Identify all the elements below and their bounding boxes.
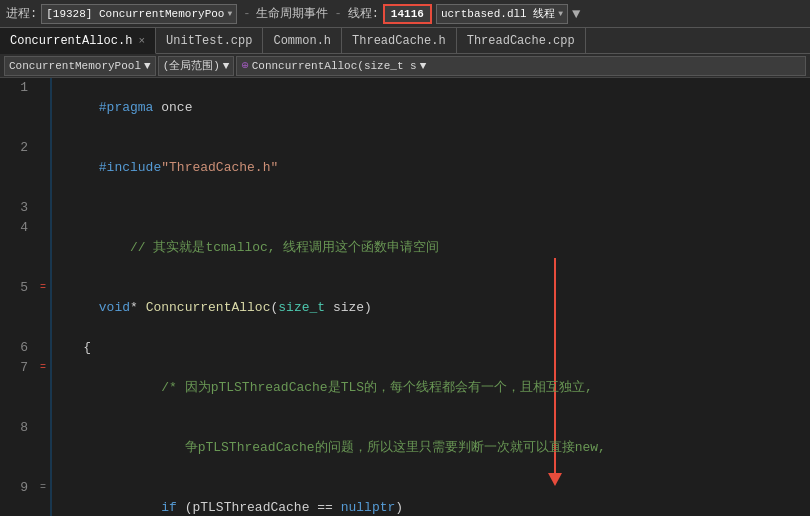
- code-line-2: 2 #include"ThreadCache.h": [0, 138, 810, 198]
- process-value: [19328] ConcurrentMemoryPoo: [46, 8, 224, 20]
- code-line-7: 7 = /* 因为pTLSThreadCache是TLS的，每个线程都会有一个，…: [0, 358, 810, 418]
- thread-dropdown[interactable]: ucrtbased.dll 线程 ▼: [436, 4, 568, 24]
- void-kw: void: [99, 300, 130, 315]
- line-content-3: [50, 198, 810, 218]
- tab-label-threadcache: ThreadCache.h: [352, 34, 446, 48]
- thread-id: 14116: [391, 8, 424, 20]
- line-ind-9: =: [36, 478, 50, 498]
- func-name-5: ConncurrentAlloc: [146, 300, 271, 315]
- comment-4: // 其实就是tcmalloc, 线程调用这个函数申请空间: [99, 240, 440, 255]
- line-ind-5: =: [36, 278, 50, 298]
- code-line-3: 3: [0, 198, 810, 218]
- thread-id-box[interactable]: 14116: [383, 4, 432, 24]
- pragma-kw: #pragma: [99, 100, 161, 115]
- func-arrow: ▼: [420, 60, 427, 72]
- line-num-6: 6: [0, 338, 36, 358]
- tab-threadcache-cpp[interactable]: ThreadCache.cpp: [457, 28, 586, 53]
- line-content-2: #include"ThreadCache.h": [50, 138, 810, 198]
- code-container: 1 #pragma once 2 #include"ThreadCache.h"…: [0, 78, 810, 516]
- tab-label-threadcache-cpp: ThreadCache.cpp: [467, 34, 575, 48]
- if-kw: if: [99, 500, 185, 515]
- tab-unittest[interactable]: UnitTest.cpp: [156, 28, 263, 53]
- namespace-dropdown[interactable]: ConcurrentMemoryPool ▼: [4, 56, 156, 76]
- cond-open: (pTLSThreadCache ==: [185, 500, 341, 515]
- sep1: -: [241, 7, 252, 21]
- scope-arrow: ▼: [223, 60, 230, 72]
- line-num-3: 3: [0, 198, 36, 218]
- scope-value: (全局范围): [163, 58, 220, 73]
- func-icon: ⊕: [241, 58, 248, 73]
- line-content-8: 争pTLSThreadCache的问题，所以这里只需要判断一次就可以直接new,: [50, 418, 810, 478]
- cond-close: ): [395, 500, 403, 515]
- line-content-7: /* 因为pTLSThreadCache是TLS的，每个线程都会有一个，且相互独…: [50, 358, 810, 418]
- thread-label: 线程:: [348, 5, 379, 22]
- breadcrumb-bar: ConcurrentMemoryPool ▼ (全局范围) ▼ ⊕ Conncu…: [0, 54, 810, 78]
- once-kw: once: [161, 100, 192, 115]
- thread-arrow: ▼: [558, 9, 563, 18]
- tab-label-unittest: UnitTest.cpp: [166, 34, 252, 48]
- main-toolbar: 进程: [19328] ConcurrentMemoryPoo ▼ - 生命周期…: [0, 0, 810, 28]
- sep2: -: [332, 7, 343, 21]
- breakpoint-5: =: [40, 278, 46, 298]
- namespace-value: ConcurrentMemoryPool: [9, 60, 141, 72]
- line-ind-7: =: [36, 358, 50, 378]
- nullptr-kw: nullptr: [341, 500, 396, 515]
- tab-label-concurrent: ConcurrentAlloc.h: [10, 34, 132, 48]
- process-dropdown[interactable]: [19328] ConcurrentMemoryPoo ▼: [41, 4, 237, 24]
- line-num-5: 5: [0, 278, 36, 298]
- breakpoint-7: =: [40, 358, 46, 378]
- code-line-5: 5 = void* ConncurrentAlloc(size_t size): [0, 278, 810, 338]
- code-line-4: 4 // 其实就是tcmalloc, 线程调用这个函数申请空间: [0, 218, 810, 278]
- scope-dropdown[interactable]: (全局范围) ▼: [158, 56, 235, 76]
- line-num-9: 9: [0, 478, 36, 498]
- tab-label-common: Common.h: [273, 34, 331, 48]
- func-dropdown[interactable]: ⊕ ConncurrentAlloc(size_t s ▼: [236, 56, 806, 76]
- line-num-4: 4: [0, 218, 36, 238]
- line-content-6: {: [50, 338, 810, 358]
- line-num-2: 2: [0, 138, 36, 158]
- code-line-9: 9 = if (pTLSThreadCache == nullptr): [0, 478, 810, 516]
- include-kw: #include: [99, 160, 161, 175]
- filter-icon[interactable]: ▼: [572, 6, 580, 22]
- param-5: size): [325, 300, 372, 315]
- sizet-5: size_t: [278, 300, 325, 315]
- star-5: *: [130, 300, 146, 315]
- tab-common[interactable]: Common.h: [263, 28, 342, 53]
- code-line-1: 1 #pragma once: [0, 78, 810, 138]
- line-content-5: void* ConncurrentAlloc(size_t size): [50, 278, 810, 338]
- line-num-1: 1: [0, 78, 36, 98]
- ind-9: =: [40, 478, 46, 498]
- comment-8: 争pTLSThreadCache的问题，所以这里只需要判断一次就可以直接new,: [99, 440, 606, 455]
- comment-7: /* 因为pTLSThreadCache是TLS的，每个线程都会有一个，且相互独…: [99, 380, 593, 395]
- line-content-1: #pragma once: [50, 78, 810, 138]
- include-str: "ThreadCache.h": [161, 160, 278, 175]
- line-num-7: 7: [0, 358, 36, 378]
- line-content-4: // 其实就是tcmalloc, 线程调用这个函数申请空间: [50, 218, 810, 278]
- line-content-9: if (pTLSThreadCache == nullptr): [50, 478, 810, 516]
- tab-bar: ConcurrentAlloc.h × UnitTest.cpp Common.…: [0, 28, 810, 54]
- namespace-arrow: ▼: [144, 60, 151, 72]
- code-line-8: 8 争pTLSThreadCache的问题，所以这里只需要判断一次就可以直接ne…: [0, 418, 810, 478]
- process-label: 进程:: [6, 5, 37, 22]
- thread-suffix: ucrtbased.dll 线程: [441, 6, 555, 21]
- code-line-6: 6 {: [0, 338, 810, 358]
- tab-close-concurrent[interactable]: ×: [138, 35, 145, 47]
- line-num-8: 8: [0, 418, 36, 438]
- func-value: ConncurrentAlloc(size_t s: [252, 60, 417, 72]
- process-arrow: ▼: [227, 9, 232, 18]
- lifecycle-label: 生命周期事件: [256, 5, 328, 22]
- tab-threadcache[interactable]: ThreadCache.h: [342, 28, 457, 53]
- tab-concurrent-alloc[interactable]: ConcurrentAlloc.h ×: [0, 28, 156, 54]
